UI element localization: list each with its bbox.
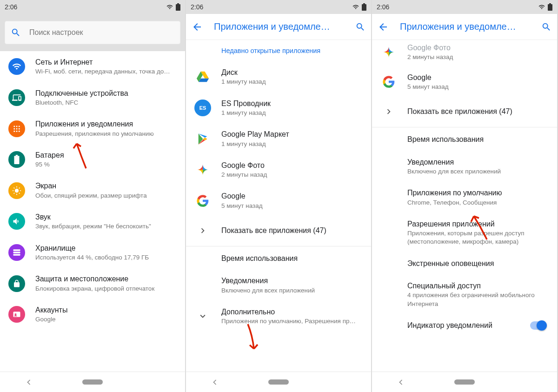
battery-icon [362,3,366,11]
nav-back-icon[interactable] [396,378,405,387]
appbar-title: Приложения и уведомле… [214,21,344,32]
settings-item-security[interactable]: Защита и местоположениеБлокировка экрана… [0,268,185,299]
apps-icon [13,125,21,133]
back-icon[interactable] [378,21,389,33]
google-icon [382,75,395,88]
battery-icon [176,3,180,11]
app-row-photos-cut[interactable]: Google Фото2 минуты назад [372,40,557,66]
row-title: Уведомления [407,157,548,167]
svg-rect-15 [13,252,20,253]
screen-apps-expanded: 2:06 Приложения и уведомле… Google Фото2… [372,0,558,392]
search-box[interactable] [5,21,180,44]
svg-point-6 [16,128,18,129]
item-sub: Wi-Fi, моб. сети, передача данных, точка… [35,67,176,76]
emergency-alerts-row[interactable]: Экстренные оповещения [372,252,557,275]
svg-rect-12 [16,155,18,156]
show-all-apps[interactable]: Показать все приложения (47) [372,97,557,126]
row-title: Экстренные оповещения [407,259,548,269]
settings-item-storage[interactable]: ХранилищеИспользуется 44 %, свободно 17,… [0,237,185,268]
search-icon[interactable] [541,22,551,32]
svg-point-8 [13,130,15,132]
item-sub: 95 % [35,160,176,169]
settings-item-battery[interactable]: Батарея95 % [0,144,185,175]
app-permissions-row[interactable]: Разрешения приложенийПриложения, которым… [372,213,557,252]
search-icon [11,27,21,38]
notification-indicator-row[interactable]: Индикатор уведомлений [372,314,557,337]
show-all-label: Показать все приложения (47) [407,106,548,117]
search-wrap [0,14,185,51]
app-row-google[interactable]: Google5 минут назад [372,66,557,98]
advanced-row[interactable]: ДополнительноПриложения по умолчанию, Ра… [186,301,371,332]
nav-bar [186,372,371,392]
storage-icon [12,248,21,257]
app-row-play[interactable]: Google Play Маркет1 минуту назад [186,123,371,154]
app-row-photos[interactable]: Google Фото2 минуты назад [186,154,371,186]
default-apps-row[interactable]: Приложения по умолчаниюChrome, Телефон, … [372,182,557,213]
app-row-google[interactable]: Google5 минут назад [186,185,371,216]
notifications-row[interactable]: УведомленияВключено для всех приложений [372,151,557,182]
nav-home-pill[interactable] [454,379,475,385]
statusbar: 2:06 [186,0,371,14]
app-row-drive[interactable]: Диск1 минуту назад [186,61,371,93]
app-bar: Приложения и уведомле… [186,14,371,40]
settings-item-display[interactable]: ЭкранОбои, спящий режим, размер шрифта [0,175,185,206]
app-sub: 5 минут назад [407,83,548,91]
app-sub: 1 минуту назад [221,109,362,117]
photos-icon [196,163,209,176]
svg-rect-1 [177,3,179,4]
row-sub: Приложения, которым разрешен доступ (мес… [407,229,548,246]
nav-home-pill[interactable] [82,379,103,385]
settings-item-accounts[interactable]: АккаунтыGoogle [0,299,185,330]
item-sub: Используется 44 %, свободно 17,79 ГБ [35,253,176,262]
nav-bar [372,372,557,392]
settings-item-sound[interactable]: ЗвукЗвук, вибрация, режим "Не беспокоить… [0,206,185,237]
notifications-row[interactable]: УведомленияВключено для всех приложений [186,270,371,301]
svg-rect-11 [14,156,19,164]
back-icon[interactable] [192,21,203,33]
app-title: Google Фото [407,43,548,53]
search-input[interactable] [29,28,174,37]
item-title: Звук [35,212,176,222]
sound-icon [12,217,21,226]
search-icon[interactable] [355,22,365,32]
special-access-row[interactable]: Специальный доступ4 приложения без огран… [372,275,557,314]
settings-item-apps[interactable]: Приложения и уведомленияРазрешения, прил… [0,113,185,144]
item-title: Приложения и уведомления [35,119,176,129]
nav-back-icon[interactable] [210,378,219,387]
status-time: 2:06 [377,3,389,11]
settings-item-network[interactable]: Сеть и ИнтернетWi-Fi, моб. сети, передач… [0,51,185,82]
recent-apps-header: Недавно открытые приложения [186,40,371,61]
row-title: Индикатор уведомлений [407,320,520,331]
app-sub: 1 минуту назад [221,78,362,86]
chevron-right-icon [384,106,394,117]
screen-time-row[interactable]: Время использования [186,247,371,270]
app-title: Google [407,73,548,83]
row-sub: 4 приложения без ограничений мобильного … [407,291,548,308]
screen-apps-notifications: 2:06 Приложения и уведомле… Недавно откр… [186,0,372,392]
toggle-switch[interactable] [530,321,546,330]
item-sub: Обои, спящий режим, размер шрифта [35,192,176,200]
item-title: Защита и местоположение [35,274,176,284]
row-sub: Chrome, Телефон, Сообщения [407,199,548,207]
wifi-circle-icon [12,62,21,71]
show-all-apps[interactable]: Показать все приложения (47) [186,216,371,245]
nav-home-pill[interactable] [268,379,289,385]
appbar-title: Приложения и уведомле… [400,21,530,32]
app-sub: 2 минуты назад [221,171,362,179]
app-title: ES Проводник [221,99,362,109]
display-icon [12,186,21,195]
item-sub: Звук, вибрация, режим "Не беспокоить" [35,222,176,231]
lock-icon [13,279,21,288]
settings-item-devices[interactable]: Подключенные устройстваBluetooth, NFC [0,82,185,113]
nav-back-icon[interactable] [24,378,33,387]
item-sub: Bluetooth, NFC [35,99,176,107]
svg-rect-0 [176,4,180,11]
svg-point-5 [13,128,15,129]
item-title: Сеть и Интернет [35,57,176,67]
screen-settings-root: 2:06 Сеть и ИнтернетWi-Fi, моб. сети, пе… [0,0,186,392]
app-row-es[interactable]: ES ES Проводник1 минуту назад [186,93,371,124]
google-icon [196,194,209,207]
item-sub: Google [35,315,176,324]
show-all-label: Показать все приложения (47) [221,226,362,236]
screen-time-row[interactable]: Время использования [372,128,557,151]
